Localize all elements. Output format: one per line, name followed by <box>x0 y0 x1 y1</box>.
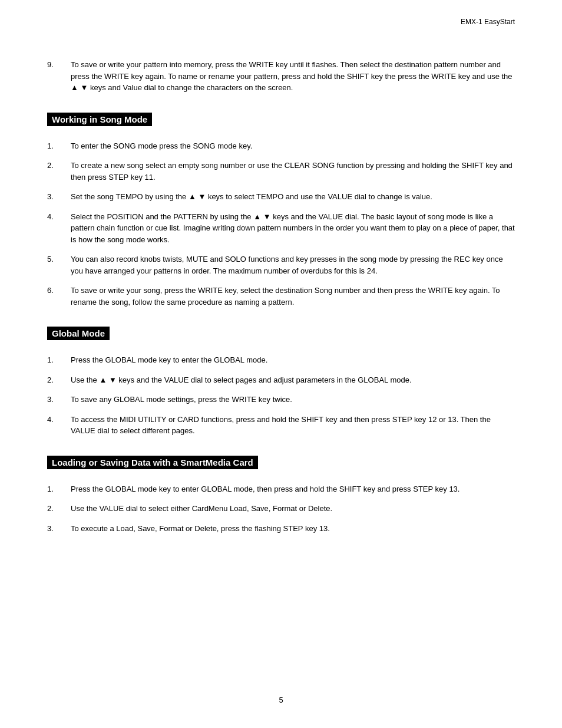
item-num: 1. <box>47 354 71 366</box>
list-item: 2. Use the VALUE dial to select either C… <box>47 503 515 515</box>
item-num: 2. <box>47 503 71 515</box>
list-item: 1. Press the GLOBAL mode key to enter th… <box>47 354 515 366</box>
item-text: Press the GLOBAL mode key to enter GLOBA… <box>71 483 515 495</box>
item-text: To enter the SONG mode press the SONG mo… <box>71 140 515 152</box>
item-text: Press the GLOBAL mode key to enter the G… <box>71 354 515 366</box>
list-item: 1. To enter the SONG mode press the SONG… <box>47 140 515 152</box>
item-text: To save any GLOBAL mode settings, press … <box>71 394 515 406</box>
section-title-working-in-song-mode: Working in Song Mode <box>47 113 152 126</box>
list-item: 3. To execute a Load, Save, Format or De… <box>47 523 515 535</box>
item-num: 6. <box>47 285 71 308</box>
intro-item-9-text: To save or write your pattern into memor… <box>71 59 515 94</box>
intro-item-9-num: 9. <box>47 59 71 94</box>
section-items-working-in-song-mode: 1. To enter the SONG mode press the SONG… <box>47 140 515 308</box>
item-num: 4. <box>47 414 71 437</box>
item-text: To save or write your song, press the WR… <box>71 285 515 308</box>
list-item: 2. To create a new song select an empty … <box>47 160 515 183</box>
item-num: 5. <box>47 253 71 276</box>
list-item: 4. To access the MIDI UTILITY or CARD fu… <box>47 414 515 437</box>
list-item: 3. Set the song TEMPO by using the ▲ ▼ k… <box>47 191 515 203</box>
item-text: Set the song TEMPO by using the ▲ ▼ keys… <box>71 191 515 203</box>
header-title: EMX-1 EasyStart <box>461 18 515 26</box>
item-num: 3. <box>47 191 71 203</box>
item-text: To create a new song select an empty son… <box>71 160 515 183</box>
section-items-global-mode: 1. Press the GLOBAL mode key to enter th… <box>47 354 515 437</box>
item-text: You can also record knobs twists, MUTE a… <box>71 253 515 276</box>
list-item: 5. You can also record knobs twists, MUT… <box>47 253 515 276</box>
item-text: Select the POSITION and the PATTERN by u… <box>71 211 515 246</box>
item-text: To access the MIDI UTILITY or CARD funct… <box>71 414 515 437</box>
page: EMX-1 EasyStart 9. To save or write your… <box>0 0 562 728</box>
section-items-loading-saving: 1. Press the GLOBAL mode key to enter GL… <box>47 483 515 535</box>
item-num: 4. <box>47 211 71 246</box>
item-text: To execute a Load, Save, Format or Delet… <box>71 523 515 535</box>
item-num: 3. <box>47 523 71 535</box>
item-num: 3. <box>47 394 71 406</box>
list-item: 4. Select the POSITION and the PATTERN b… <box>47 211 515 246</box>
list-item: 6. To save or write your song, press the… <box>47 285 515 308</box>
item-text: Use the VALUE dial to select either Card… <box>71 503 515 515</box>
list-item: 3. To save any GLOBAL mode settings, pre… <box>47 394 515 406</box>
list-item: 2. Use the ▲ ▼ keys and the VALUE dial t… <box>47 374 515 386</box>
section-working-in-song-mode: Working in Song Mode 1. To enter the SON… <box>47 113 515 308</box>
section-title-global-mode: Global Mode <box>47 327 110 340</box>
intro-item-9: 9. To save or write your pattern into me… <box>47 59 515 94</box>
item-num: 1. <box>47 140 71 152</box>
page-number: 5 <box>0 696 562 704</box>
list-item: 1. Press the GLOBAL mode key to enter GL… <box>47 483 515 495</box>
item-num: 2. <box>47 374 71 386</box>
item-text: Use the ▲ ▼ keys and the VALUE dial to s… <box>71 374 515 386</box>
section-title-loading-saving: Loading or Saving Data with a SmartMedia… <box>47 456 258 469</box>
item-num: 2. <box>47 160 71 183</box>
item-num: 1. <box>47 483 71 495</box>
section-loading-saving: Loading or Saving Data with a SmartMedia… <box>47 456 515 535</box>
section-global-mode: Global Mode 1. Press the GLOBAL mode key… <box>47 327 515 437</box>
